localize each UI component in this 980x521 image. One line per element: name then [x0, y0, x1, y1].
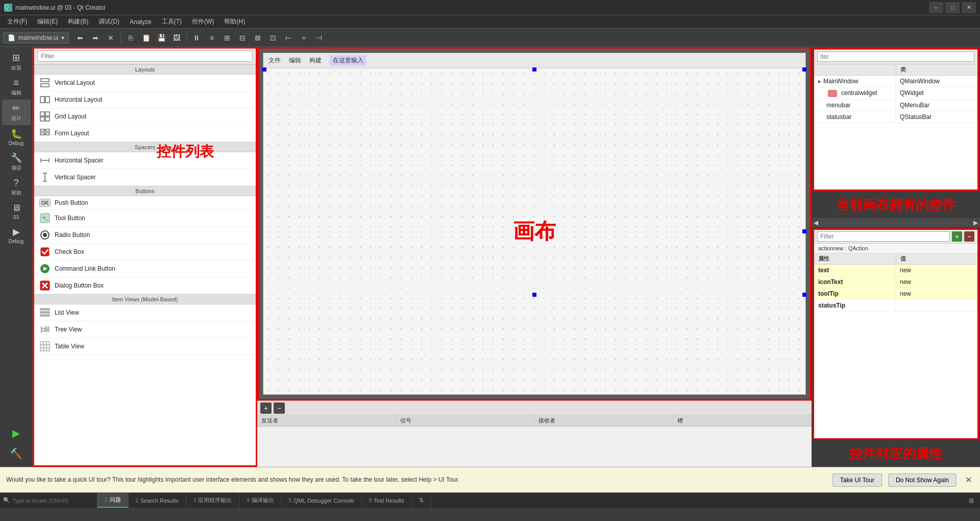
tab-more[interactable]: ⇅	[412, 493, 431, 508]
prop-row-statustip[interactable]: statusTip	[814, 300, 977, 312]
icon-panel-run[interactable]: ▶	[2, 424, 31, 442]
icon-panel-03[interactable]: 🖥 03	[2, 200, 31, 223]
toolbar-close[interactable]: ✕	[104, 31, 118, 45]
toolbar-paste[interactable]: 📋	[139, 31, 153, 45]
menu-edit[interactable]: 编辑(E)	[32, 16, 63, 28]
toolbar-layout5[interactable]: ⊢	[281, 31, 296, 45]
widget-vertical-spacer[interactable]: Vertical Spacer	[34, 169, 256, 186]
toolbar-layout7[interactable]: ⊣	[312, 31, 326, 45]
widget-table-view[interactable]: Table View	[34, 338, 256, 355]
svg-rect-35	[45, 329, 49, 331]
menu-widgets[interactable]: 控件(W)	[187, 16, 219, 28]
canvas-menu-build[interactable]: 构建	[309, 56, 322, 65]
handle-top-left[interactable]	[262, 67, 266, 72]
canvas-surface[interactable]: 画布	[263, 68, 805, 394]
widget-radio-button[interactable]: Radio Button	[34, 227, 256, 244]
toolbar-layout1[interactable]: ⊞	[220, 31, 234, 45]
obj-row-statusbar[interactable]: statusbar QStatusBar	[814, 111, 977, 123]
handle-mid-right[interactable]	[802, 293, 806, 297]
minimize-button[interactable]: ─	[929, 2, 943, 13]
widget-grid-layout[interactable]: Grid Layout	[34, 108, 256, 125]
icon-panel-welcome[interactable]: ⊞ 欢迎	[2, 49, 31, 75]
panel-right-arrow[interactable]: ▶	[973, 219, 978, 226]
canvas-menu-file[interactable]: 文件	[268, 56, 281, 65]
menu-build[interactable]: 构建(B)	[63, 16, 93, 28]
tab-issues[interactable]: 1 问题	[97, 493, 129, 508]
toolbar-align[interactable]: ≡	[205, 31, 219, 45]
icon-panel-debug1[interactable]: 🐛 Debug	[2, 125, 31, 149]
signals-remove-button[interactable]: −	[274, 402, 285, 414]
menu-file[interactable]: 文件(F)	[2, 16, 32, 28]
tab-app-output[interactable]: 3 应用程序输出	[186, 493, 240, 508]
take-tour-button[interactable]: Take UI Tour	[832, 473, 882, 487]
menu-help[interactable]: 帮助(H)	[219, 16, 250, 28]
toolbar-btn-1[interactable]: ⬅	[73, 31, 87, 45]
canvas-menu-edit[interactable]: 编辑	[289, 56, 301, 65]
widget-horizontal-spacer[interactable]: Horizontal Spacer	[34, 152, 256, 169]
run-icon: ▶	[13, 226, 20, 238]
file-name: mainwindow.ui	[18, 34, 58, 41]
icon-panel-help[interactable]: ? 帮助	[2, 175, 31, 200]
prop-row-tooltip[interactable]: toolTip new	[814, 288, 977, 300]
toolbar-btn-2[interactable]: ➡	[88, 31, 103, 45]
tab-compile-output[interactable]: 4 编译输出	[239, 493, 282, 508]
panel-left-arrow[interactable]: ◀	[814, 219, 818, 226]
toolbar-layout4[interactable]: ⊡	[266, 31, 280, 45]
canvas-menu-placeholder[interactable]: 在这里输入	[330, 55, 366, 66]
widget-vertical-layout[interactable]: Vertical Layout	[34, 75, 256, 91]
close-tour-button[interactable]: ✕	[963, 475, 974, 486]
icon-panel-build[interactable]: 🔨	[2, 444, 31, 463]
menu-tools[interactable]: 工具(T)	[157, 16, 187, 28]
widget-dialog-button-box[interactable]: Dialog Button Box	[34, 277, 256, 294]
handle-top-right[interactable]	[802, 67, 806, 72]
widget-horizontal-layout[interactable]: Horizontal Layout	[34, 91, 256, 108]
tab-search-results[interactable]: 2 Search Results	[129, 493, 186, 508]
prop-row-text[interactable]: text new	[814, 265, 977, 276]
menu-debug[interactable]: 调试(D)	[93, 16, 125, 28]
widget-form-layout[interactable]: Form Layout	[34, 125, 256, 142]
tab-qml-debugger[interactable]: 5 QML Debugger Console	[282, 493, 362, 508]
toolbar-layout3[interactable]: ⊠	[251, 31, 265, 45]
widget-command-link[interactable]: Command Link Button	[34, 260, 256, 277]
obj-row-menubar[interactable]: menubar QMenuBar	[814, 100, 977, 111]
handle-right[interactable]	[802, 229, 806, 233]
file-selector[interactable]: 📄 mainwindow.ui ▾	[3, 32, 69, 43]
prop-remove-button[interactable]: −	[964, 231, 974, 242]
toolbar-img[interactable]: 🖼	[169, 31, 184, 45]
prop-cell-icontext-val: new	[896, 276, 977, 288]
maximize-button[interactable]: □	[945, 2, 960, 13]
toolbar-pause[interactable]: ⏸	[189, 31, 204, 45]
icon-panel-design[interactable]: ✏ 设计	[2, 100, 31, 125]
prop-cell-tooltip-key: toolTip	[814, 288, 896, 299]
tab-test-results[interactable]: 8 Test Results	[362, 493, 412, 508]
bottom-expand-button[interactable]: ⊞	[966, 495, 977, 506]
toolbar-save[interactable]: 💾	[154, 31, 168, 45]
close-button[interactable]: ✕	[962, 2, 976, 13]
handle-bottom-mid[interactable]	[532, 293, 536, 297]
prop-add-button[interactable]: +	[952, 231, 962, 242]
signals-add-button[interactable]: +	[260, 402, 272, 414]
prop-row-icontext[interactable]: iconText new	[814, 276, 977, 288]
widget-tree-view[interactable]: Tree View	[34, 321, 256, 338]
menu-analyze[interactable]: Analyze	[125, 17, 157, 27]
locate-input[interactable]	[12, 498, 94, 504]
icon-panel-projects[interactable]: 🔧 项目	[2, 149, 31, 175]
toolbar-layout6[interactable]: ≈	[297, 31, 311, 45]
icon-panel-debug2[interactable]: ▶ Debug	[2, 223, 31, 247]
icon-panel-edit[interactable]: ≡ 编辑	[2, 75, 31, 100]
widget-list-view[interactable]: List View	[34, 304, 256, 321]
widget-push-button[interactable]: OK Push Button	[34, 196, 256, 210]
dismiss-tour-button[interactable]: Do Not Show Again	[888, 473, 957, 487]
obj-cell-menubar-class: QMenuBar	[896, 100, 977, 111]
handle-top[interactable]	[532, 67, 536, 72]
widget-filter-input[interactable]	[37, 51, 253, 62]
widget-tool-button[interactable]: 🔧 Tool Button	[34, 210, 256, 227]
prop-filter-input[interactable]	[817, 231, 950, 242]
obj-row-mainwindow[interactable]: ▸MainWindow QMainWindow	[814, 76, 977, 87]
widget-filter-bar	[34, 49, 256, 64]
widget-check-box[interactable]: Check Box	[34, 244, 256, 260]
toolbar-layout2[interactable]: ⊟	[235, 31, 250, 45]
object-filter-input[interactable]	[817, 52, 974, 62]
toolbar-copy[interactable]: ⎘	[124, 31, 138, 45]
obj-row-centralwidget[interactable]: centralwidget QWidget	[814, 87, 977, 100]
